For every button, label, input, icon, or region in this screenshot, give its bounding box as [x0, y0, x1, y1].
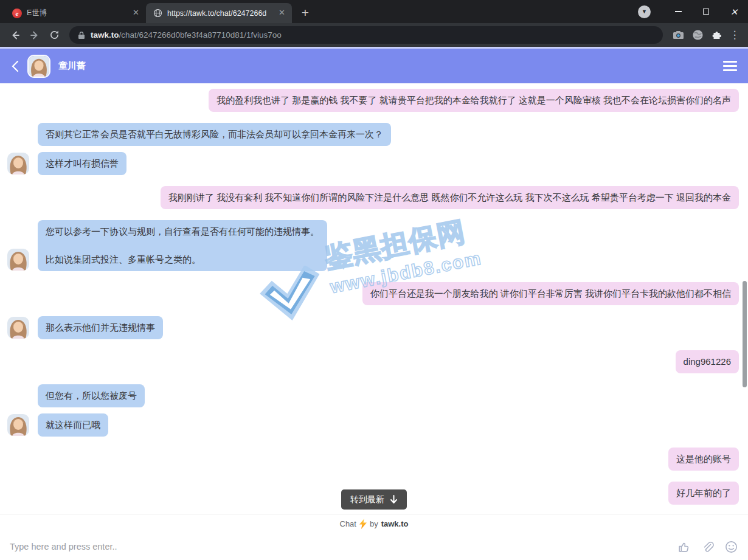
tab-title: https://tawk.to/chat/6247266d: [167, 9, 272, 18]
message-row: 但您有，所以您被废号: [0, 384, 748, 407]
browser-toolbar: tawk.to/chat/6247266d0bfe3f4a87710d81/1f…: [0, 23, 748, 47]
reload-button[interactable]: [45, 26, 63, 44]
chat-bubble: 您可以参考一下协议与规则，自行查看是否有任何可能的违规情事。比如说集团式投注、多…: [38, 220, 327, 271]
message-row: 就这样而已哦: [0, 413, 748, 437]
menu-hamburger-icon[interactable]: [723, 61, 737, 71]
lock-icon: [78, 31, 85, 40]
chat-bubble: 这样才叫有损信誉: [38, 152, 126, 175]
jump-to-latest-label: 转到最新: [350, 494, 384, 505]
chat-input-bar: [0, 533, 748, 560]
agent-avatar: [7, 153, 29, 175]
tab-close-icon[interactable]: ✕: [131, 8, 141, 18]
branding-chat-label: Chat: [340, 519, 356, 528]
contact-name: 童川蔷: [58, 60, 86, 72]
chat-bubble: 就这样而已哦: [38, 413, 108, 437]
chat-header: 童川蔷: [0, 49, 748, 83]
chat-bubble: 好几年前的了: [668, 482, 739, 505]
browser-tab-esb[interactable]: e E世博 ✕: [5, 3, 146, 23]
chat-input[interactable]: [10, 542, 667, 551]
chat-bubble: 你们平台还是我一个朋友给我的 讲你们平台非常厉害 我讲你们平台卡我的款他们都不相…: [362, 282, 739, 305]
branding-by-label: by: [370, 519, 378, 528]
lightning-bolt-icon: [359, 519, 367, 529]
esb-favicon-icon: e: [12, 9, 22, 18]
address-bar[interactable]: tawk.to/chat/6247266d0bfe3f4a87710d81/1f…: [69, 26, 663, 44]
browser-tab-tawk[interactable]: https://tawk.to/chat/6247266d ✕: [146, 3, 292, 23]
message-row: 这样才叫有损信誉: [0, 152, 748, 175]
chat-bubble: ding961226: [676, 350, 739, 373]
branding-brand-label: tawk.to: [381, 519, 409, 528]
minimize-button[interactable]: [664, 0, 692, 23]
chat-bubble: 我的盈利我也讲了 那是赢的钱 我不要了 就请贵平台把我的本金给我就行了 这就是一…: [209, 89, 739, 112]
extensions-puzzle-icon[interactable]: [708, 26, 726, 44]
globe-extension-icon[interactable]: [688, 26, 707, 44]
url-host: tawk.to: [91, 30, 119, 40]
globe-favicon-icon: [153, 9, 162, 18]
chat-bubble: 但您有，所以您被废号: [38, 384, 145, 407]
agent-avatar: [7, 414, 29, 436]
chat-message-area: 我的盈利我也讲了 那是赢的钱 我不要了 就请贵平台把我的本金给我就行了 这就是一…: [0, 83, 748, 514]
url-path: /chat/6247266d0bfe3f4a87710d81/1fvius7oo: [119, 30, 282, 40]
url-text: tawk.to/chat/6247266d0bfe3f4a87710d81/1f…: [91, 30, 282, 40]
avatar: [27, 55, 50, 78]
close-button[interactable]: ✕: [720, 0, 748, 23]
back-chevron-icon[interactable]: [11, 60, 19, 72]
down-arrow-icon: [390, 495, 398, 504]
message-row: 那么表示他们并无违规情事: [0, 316, 748, 339]
forward-button[interactable]: [26, 26, 44, 44]
tab-close-icon[interactable]: ✕: [277, 8, 287, 18]
message-row: 您可以参考一下协议与规则，自行查看是否有任何可能的违规情事。比如说集团式投注、多…: [0, 220, 748, 271]
maximize-button[interactable]: [692, 0, 720, 23]
chat-bubble: 这是他的账号: [668, 448, 739, 471]
message-row: 这是他的账号: [0, 448, 748, 471]
message-row: 我的盈利我也讲了 那是赢的钱 我不要了 就请贵平台把我的本金给我就行了 这就是一…: [0, 89, 748, 112]
jump-to-latest-button[interactable]: 转到最新: [341, 489, 407, 510]
message-row: 我刚刚讲了 我没有套利 我不知道你们所谓的风险下注是什么意思 既然你们不允许这么…: [0, 186, 748, 209]
attachment-paperclip-icon[interactable]: [700, 539, 715, 554]
agent-avatar: [7, 317, 29, 339]
message-row: ding961226: [0, 350, 748, 373]
camera-extension-icon[interactable]: [669, 26, 687, 44]
chat-bubble: 否则其它正常会员是否就平白无故博彩风险，而非法会员却可以拿回本金再来一次？: [38, 123, 391, 146]
agent-avatar: [7, 249, 29, 271]
new-tab-button[interactable]: +: [297, 4, 314, 21]
chat-bubble: 我刚刚讲了 我没有套利 我不知道你们所谓的风险下注是什么意思 既然你们不允许这么…: [161, 186, 739, 209]
message-row: 否则其它正常会员是否就平白无故博彩风险，而非法会员却可以拿回本金再来一次？: [0, 123, 748, 146]
chat-scrollbar-thumb[interactable]: [743, 281, 747, 387]
tawk-branding: Chat by tawk.to: [0, 514, 748, 533]
browser-window: e E世博 ✕ https://tawk.to/chat/6247266d ✕ …: [0, 0, 748, 49]
emoji-smiley-icon[interactable]: [724, 539, 738, 554]
tab-title: E世博: [27, 8, 126, 18]
tab-search-button[interactable]: ▼: [638, 5, 651, 18]
browser-menu-icon[interactable]: ⋮: [727, 29, 742, 41]
back-button[interactable]: [6, 26, 24, 44]
message-row: 你们平台还是我一个朋友给我的 讲你们平台非常厉害 我讲你们平台卡我的款他们都不相…: [0, 282, 748, 305]
browser-tab-strip: e E世博 ✕ https://tawk.to/chat/6247266d ✕ …: [0, 0, 748, 23]
message-list: 我的盈利我也讲了 那是赢的钱 我不要了 就请贵平台把我的本金给我就行了 这就是一…: [0, 89, 748, 505]
chat-bubble: 那么表示他们并无违规情事: [38, 316, 163, 339]
thumbs-up-icon[interactable]: [676, 539, 691, 554]
